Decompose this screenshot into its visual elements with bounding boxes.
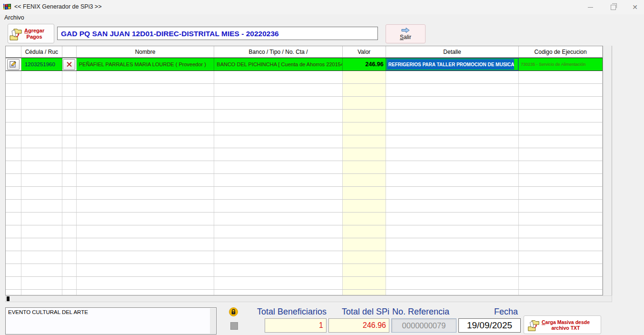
minimize-button[interactable] [580, 0, 601, 14]
folder-arrow-icon [8, 26, 23, 41]
empty-table-row[interactable] [6, 213, 603, 225]
empty-table-row[interactable] [6, 122, 603, 135]
notes-textarea[interactable]: EVENTO CULTURAL DEL ARTE [5, 307, 217, 335]
status-square[interactable] [230, 322, 238, 330]
carga-masiva-button[interactable]: Carga Masiva desde archivo TXT [524, 315, 601, 334]
horizontal-scrollbar-thumb[interactable] [7, 296, 10, 301]
payments-table: Cédula / Ruc Nombre Banco / Tipo / No. C… [5, 46, 603, 295]
menubar: Archivo [0, 14, 644, 22]
delete-row-button[interactable] [63, 59, 75, 70]
empty-table-row[interactable] [6, 71, 603, 84]
empty-table-row[interactable] [6, 238, 603, 251]
cell-cedula[interactable]: 1203251960 [21, 58, 62, 71]
empty-table-row[interactable] [6, 97, 603, 110]
app-icon [3, 3, 11, 11]
horizontal-scrollbar[interactable] [5, 295, 612, 302]
salir-button[interactable]: Salir [386, 24, 426, 43]
total-beneficiarios-field: 1 [265, 318, 327, 333]
col-header-banco: Banco / Tipo / No. Cta / [214, 46, 343, 57]
cell-valor[interactable]: 246.96 [343, 58, 386, 71]
agregar-pagos-button[interactable]: Agregar Pagos [8, 24, 54, 43]
row-delete-cell [62, 58, 77, 71]
cell-nombre[interactable]: PEÑAFIEL PARRALES MARIA LOURDE ( Proveed… [77, 58, 215, 71]
empty-table-row[interactable] [6, 84, 603, 97]
empty-table-row[interactable] [6, 290, 603, 295]
empty-table-row[interactable] [6, 110, 603, 122]
col-header-nombre: Nombre [77, 46, 215, 57]
app-window: << FENIX Generador de SPi3 >> ✕ Archivo … [0, 0, 644, 335]
edit-icon [10, 61, 17, 68]
cell-detalle[interactable]: REFRIGERIOS PARA TALLER PROMOCION DE MUS… [386, 58, 519, 71]
row-edit-cell [6, 58, 21, 71]
vertical-scrollbar[interactable] [603, 46, 612, 302]
referencia-label: No. Referencia [392, 307, 464, 317]
empty-table-row[interactable] [6, 251, 603, 264]
empty-table-row[interactable] [6, 161, 603, 174]
total-spi-field: 246.96 [328, 318, 389, 333]
col-header-rowselect [6, 46, 21, 57]
table-header-row: Cédula / Ruc Nombre Banco / Tipo / No. C… [6, 46, 603, 58]
cell-codigo-ejecucion[interactable]: 730235 - Servicio de Alimentación [519, 58, 603, 71]
empty-table-row[interactable] [6, 277, 603, 290]
menu-archivo[interactable]: Archivo [4, 14, 24, 21]
notes-scrollbar[interactable] [210, 308, 216, 334]
maximize-icon [611, 5, 616, 10]
total-spi-label: Total del SPi [327, 307, 389, 317]
close-icon: ✕ [632, 3, 638, 11]
col-header-cedula: Cédula / Ruc [21, 46, 62, 57]
edit-row-button[interactable] [7, 59, 20, 70]
table-row[interactable]: 1203251960 PEÑAFIEL PARRALES MARIA LOURD… [6, 58, 603, 71]
empty-table-row[interactable] [6, 148, 603, 161]
detalle-selected-text: REFRIGERIOS PARA TALLER PROMOCION DE MUS… [387, 59, 515, 70]
minimize-icon [588, 7, 593, 8]
titlebar: << FENIX Generador de SPi3 >> ✕ [0, 0, 644, 14]
empty-table-row[interactable] [6, 200, 603, 213]
maximize-button[interactable] [603, 0, 624, 14]
col-header-valor: Valor [343, 46, 386, 57]
red-x-icon [66, 61, 72, 67]
referencia-field: 0000000079 [391, 318, 456, 333]
notes-text: EVENTO CULTURAL DEL ARTE [8, 309, 88, 315]
col-header-detalle: Detalle [386, 46, 519, 57]
fecha-field[interactable]: 19/09/2025 [458, 318, 521, 333]
col-header-codigo: Codigo de Ejecucion [519, 46, 603, 57]
empty-table-row[interactable] [6, 174, 603, 187]
exit-arrow-icon [401, 27, 410, 33]
empty-table-row[interactable] [6, 187, 603, 200]
total-beneficiarios-label: Total Beneficiarios [246, 307, 327, 317]
empty-table-row[interactable] [6, 135, 603, 148]
folder-arrow-icon [526, 318, 541, 332]
close-button[interactable]: ✕ [624, 0, 644, 14]
window-title: << FENIX Generador de SPi3 >> [14, 3, 101, 10]
carga-masiva-label: Carga Masiva desde archivo TXT [542, 319, 590, 331]
col-header-delete [62, 46, 77, 57]
lock-icon [229, 307, 238, 316]
empty-table-row[interactable] [6, 264, 603, 277]
salir-label: Salir [400, 34, 411, 41]
empty-table-row[interactable] [6, 225, 603, 238]
entity-input[interactable]: GAD PQ SAN JUAN 12D01-DIREC-DISTRITAL MI… [57, 27, 378, 40]
agregar-pagos-label: Agregar Pagos [24, 28, 44, 40]
cell-banco[interactable]: BANCO DEL PICHINCHA [ Cuenta de Ahorros … [214, 58, 343, 71]
table-body: 1203251960 PEÑAFIEL PARRALES MARIA LOURD… [6, 58, 603, 295]
